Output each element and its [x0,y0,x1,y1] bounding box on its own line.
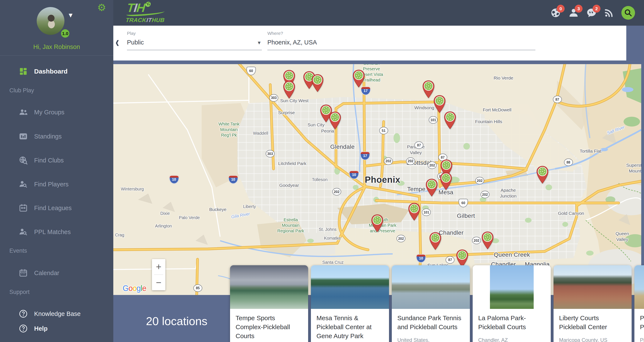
sidebar-section-club-play: Club Play [0,84,113,97]
map-label: Buckeye [209,207,226,213]
where-label: Where? [267,31,536,36]
pickleball-map-pin[interactable] [428,232,442,250]
location-count: 20 locations [146,314,208,328]
map-zoom-control: + − [152,259,165,290]
route-shield: 101 [422,209,431,216]
map-label: Chandler [439,229,464,237]
pickleball-map-pin[interactable] [432,94,446,113]
map-label: Estrella Mountain Regional Park [277,217,304,234]
card-photo [473,265,551,309]
map-label: Fountain Hills [475,119,502,124]
sidebar-item-label: My Groups [34,109,64,116]
question-circle-icon [19,309,28,318]
sidebar-item-label: Find Players [34,181,68,188]
where-field[interactable]: Where? [267,31,536,50]
pickleball-map-pin[interactable] [310,74,324,92]
map-label: St. Johns [319,227,336,232]
zoom-in-button[interactable]: + [152,259,165,274]
dropdown-caret-icon[interactable]: ▼ [258,41,260,45]
pickleball-map-pin[interactable] [352,69,366,87]
rss-feed-icon[interactable] [604,8,614,18]
card-title: Tempe Sports Complex-Pickleball Courts [236,313,302,340]
zoom-out-button[interactable]: − [152,275,165,290]
rating-badge: 1.0 [60,29,70,38]
sidebar-item-ppl-matches[interactable]: PPL Matches [0,225,113,239]
map-label: Rio Verde [494,75,513,81]
sidebar-item-label: Dashboard [34,68,68,75]
map-label: Superstition Mountain [626,162,641,174]
sidebar-item-find-players[interactable]: Find Players [0,178,113,191]
avatar-dropdown-caret-icon[interactable]: ▼ [69,13,72,18]
pickleball-map-pin[interactable] [455,249,469,267]
sidebar-section-label: Club Play [10,87,34,94]
card-location: Maricopa County, US [559,337,626,342]
standings-icon [19,132,28,141]
sidebar-item-help[interactable]: Help [0,322,113,335]
google-logo[interactable]: Google [123,284,146,293]
sidebar-item-find-clubs[interactable]: Find Clubs [0,154,113,167]
card-title: Mesa Tennis & Pickleball Center at Gene … [316,313,384,340]
card-photo [392,265,470,309]
pickleball-map-pin[interactable] [328,111,342,129]
trackithub-logo[interactable]: TIH TRACKITHUB [126,2,167,24]
friends-badge: 3 [575,5,582,13]
play-select[interactable]: Public ▼ [127,36,262,50]
pickleball-map-pin[interactable] [282,80,296,99]
sidebar-item-label: Knowledge Base [34,310,81,317]
route-shield: 202 [406,157,415,165]
sidebar-item-my-groups[interactable]: My Groups [0,106,113,119]
settings-gear-icon[interactable]: ⚙ [97,3,106,13]
map-label: Dixie [160,211,170,216]
community-globe-icon[interactable]: 0 [550,8,561,18]
map-label: Queen Valley [613,230,632,242]
dashboard-icon [19,67,28,76]
route-shield: 87 [446,256,454,264]
pickleball-map-pin[interactable] [536,165,550,184]
pickleball-map-pin[interactable] [407,203,421,221]
map-label: Windsong [414,105,434,110]
pickleball-map-pin[interactable] [443,111,457,129]
pickleball-map-pin[interactable] [425,178,439,197]
sidebar-item-find-leagues[interactable]: Find Leagues [0,201,113,215]
pickleball-map-pin[interactable] [480,231,495,249]
play-field[interactable]: Play Public ▼ [127,31,262,50]
map-label: Gilbert [457,212,475,220]
card-location: Chandler, AZ [478,337,545,342]
map-label: Apache Junction [500,187,516,199]
friends-icon[interactable]: 3 [568,8,579,18]
sidebar-item-label: Standings [34,133,62,140]
sidebar-item-knowledge-base[interactable]: Knowledge Base [0,307,113,320]
route-shield: 202 [475,177,484,185]
location-card[interactable]: Pr Pi Pi [634,265,644,342]
sidebar-section-label: Events [10,248,27,254]
route-shield: 87 [553,96,562,103]
map-label: Surprise [278,110,295,115]
route-shield: 303 [266,150,275,157]
location-card[interactable]: Tempe Sports Complex-Pickleball Courts [230,265,308,342]
map-container[interactable]: Sun City West Surprise Waddell Sun City … [113,64,641,295]
sidebar-item-standings[interactable]: Standings [0,130,113,143]
user-avatar[interactable] [37,7,64,35]
map-label: Wintersburg [121,186,144,192]
where-input[interactable] [267,39,536,46]
sidebar-item-label: Help [34,325,48,332]
pickleball-map-pin[interactable] [439,172,453,190]
question-circle-icon [19,324,28,333]
user-greeting: Hi, Jax Robinson [0,43,113,50]
sidebar-item-dashboard[interactable]: Dashboard [0,65,113,78]
location-card[interactable]: Sundance Park Tennis and Pickleball Cour… [392,265,470,342]
location-card[interactable]: La Paloma Park-Pickleball Courts Chandle… [473,265,551,342]
map-label: White Tank Mountain Reg'l Pk [218,121,240,138]
back-chevron-icon[interactable]: ‹ [116,33,119,51]
location-card[interactable]: Mesa Tennis & Pickleball Center at Gene … [311,265,389,342]
sidebar-item-calendar[interactable]: Calendar [0,266,113,280]
map-label: Crag [115,232,124,238]
find-players-icon [19,180,28,189]
pickleball-map-pin[interactable] [370,214,384,232]
map-label: Komatke [324,235,341,241]
search-button[interactable] [622,6,635,20]
sidebar-section-label: Support [10,289,30,295]
messages-icon[interactable]: 2 [586,8,597,18]
card-location: Pi [640,337,644,342]
location-card[interactable]: Liberty Courts Pickleball Center Maricop… [554,265,632,342]
